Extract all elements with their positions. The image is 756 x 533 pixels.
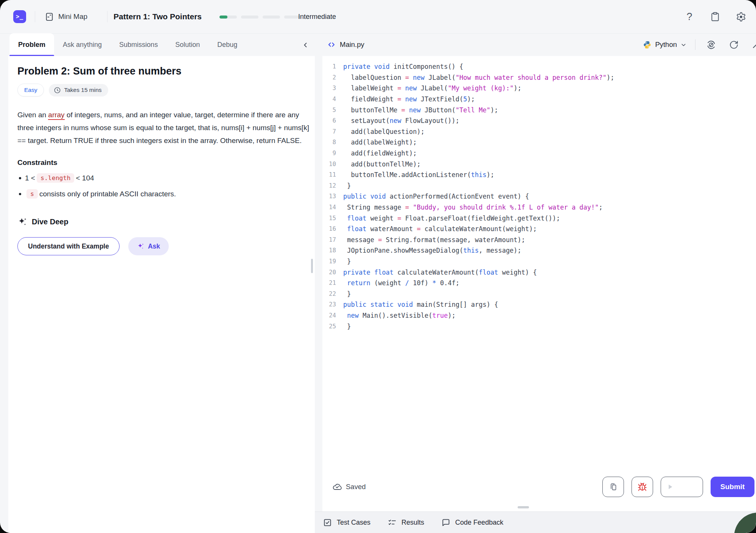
level-label: Intermediate <box>298 0 336 33</box>
code-line[interactable]: 14 String message = "Buddy, you should d… <box>322 202 756 213</box>
code-line[interactable]: 2 labelQuestion = new JLabel("How much w… <box>322 72 756 83</box>
progress-segment <box>263 16 280 19</box>
code-line[interactable]: 16 float waterAmount = calculateWaterAmo… <box>322 224 756 235</box>
language-selector[interactable]: Python <box>643 40 687 49</box>
glossary-term-array[interactable]: array <box>48 111 64 120</box>
line-number: 7 <box>322 128 336 135</box>
results-button[interactable]: Results <box>388 518 424 527</box>
duration-label: Takes 15 mins <box>64 87 101 93</box>
problem-panel: ProblemAsk anythingSubmissionsSolutionDe… <box>8 33 315 533</box>
ask-button[interactable]: Ask <box>128 237 169 255</box>
minimap-button[interactable]: Mini Map <box>45 9 87 24</box>
copy-code-button[interactable] <box>602 477 624 497</box>
tab-ask-anything[interactable]: Ask anything <box>54 33 110 56</box>
code-line[interactable]: 10 add(buttonTellMe); <box>322 159 756 169</box>
panel-resize-handle[interactable] <box>518 506 529 508</box>
code-line[interactable]: 13public void actionPerformed(ActionEven… <box>322 191 756 202</box>
message-square-icon <box>442 518 450 527</box>
line-number: 17 <box>322 236 336 243</box>
clipboard-icon[interactable] <box>710 11 720 22</box>
tab-debug[interactable]: Debug <box>208 33 246 56</box>
code-editor-panel: Main.py Python <box>322 33 756 511</box>
collapse-panel-chevron-left-icon[interactable] <box>300 40 310 50</box>
code-line[interactable]: 25 } <box>322 321 756 332</box>
code-line[interactable]: 23public static void main(String[] args)… <box>322 299 756 310</box>
code-line[interactable]: 1private void initComponents() { <box>322 61 756 72</box>
code-text: add(labelQuestion); <box>343 128 425 135</box>
line-number: 24 <box>322 312 336 319</box>
line-number: 21 <box>322 280 336 286</box>
editor-footer: Saved <box>322 477 756 497</box>
understand-with-example-button[interactable]: Understand with Example <box>17 237 120 255</box>
code-line[interactable]: 17 message = String.format(message, wate… <box>322 235 756 246</box>
app-logo-terminal-icon[interactable]: >_ <box>13 10 26 23</box>
code-feedback-button[interactable]: Code Feedback <box>442 518 503 527</box>
submit-button[interactable]: Submit <box>711 477 754 497</box>
panel-scrollbar-thumb[interactable] <box>311 259 313 273</box>
code-text: setLayout(new FlowLayout()); <box>343 117 459 124</box>
bug-icon <box>638 482 647 492</box>
code-text: labelQuestion = new JLabel("How much wat… <box>343 74 614 81</box>
code-text: add(labelWeight); <box>343 138 417 146</box>
line-number: 3 <box>322 85 336 92</box>
settings-gear-icon[interactable] <box>736 11 746 22</box>
line-number: 8 <box>322 139 336 146</box>
code-area[interactable]: 1private void initComponents() {2 labelQ… <box>322 56 756 511</box>
code-line[interactable]: 7 add(labelQuestion); <box>322 126 756 137</box>
ask-label: Ask <box>148 242 160 250</box>
header-divider <box>695 39 695 50</box>
help-icon[interactable]: ? <box>684 11 695 22</box>
debug-button[interactable] <box>632 477 653 497</box>
code-line[interactable]: 3 labelWeight = new JLabel("My weight (k… <box>322 83 756 94</box>
saved-label: Saved <box>346 483 366 491</box>
code-line[interactable]: 24 new Main().setVisible(true); <box>322 310 756 321</box>
test-cases-label: Test Cases <box>337 519 370 527</box>
badge-row: Easy Takes 15 mins <box>17 84 315 96</box>
tab-solution[interactable]: Solution <box>166 33 208 56</box>
tab-problem[interactable]: Problem <box>9 33 54 56</box>
code-line[interactable]: 5 buttonTellMe = new JButton("Tell Me"); <box>322 104 756 115</box>
line-number: 16 <box>322 225 336 232</box>
editor-header: Main.py Python <box>322 33 756 56</box>
code-text: private float calculateWaterAmount(float… <box>343 269 537 276</box>
line-number: 12 <box>322 182 336 189</box>
reset-code-icon[interactable] <box>705 39 717 50</box>
code-line[interactable]: 6 setLayout(new FlowLayout()); <box>322 115 756 126</box>
code-line[interactable]: 20private float calculateWaterAmount(flo… <box>322 267 756 278</box>
code-line[interactable]: 19 } <box>322 256 756 267</box>
code-line[interactable]: 8 add(labelWeight); <box>322 137 756 148</box>
code-text: buttonTellMe.addActionListener(this); <box>343 171 494 179</box>
code-line[interactable]: 15 float weight = Float.parseFloat(field… <box>322 213 756 224</box>
editor-header-actions: Python <box>643 39 756 50</box>
code-line[interactable]: 11 buttonTellMe.addActionListener(this); <box>322 169 756 180</box>
code-line[interactable]: 9 add(fieldWeight); <box>322 148 756 159</box>
code-line[interactable]: 12 } <box>322 180 756 191</box>
editor-filename: Main.py <box>340 40 364 49</box>
line-number: 6 <box>322 117 336 124</box>
code-line[interactable]: 22 } <box>322 288 756 299</box>
document-map-icon <box>45 12 54 22</box>
dive-deep-label: Dive Deep <box>32 218 68 226</box>
line-number: 4 <box>322 96 336 103</box>
code-line[interactable]: 21 return (weight / 10f) * 0.4f; <box>322 278 756 289</box>
run-button[interactable] <box>661 477 703 497</box>
constraint-item: 1 < s.length < 104 <box>17 173 315 183</box>
chevron-down-icon <box>680 42 687 48</box>
expand-editor-icon[interactable] <box>751 39 756 50</box>
line-number: 13 <box>322 193 336 200</box>
pattern-title: Pattern 1: Two Pointers <box>114 0 202 33</box>
top-bar: >_ Mini Map Pattern 1: Two Pointers Inte… <box>0 0 756 34</box>
code-text: float waterAmount = calculateWaterAmount… <box>343 225 537 233</box>
code-text: public static void main(String[] args) { <box>343 301 498 308</box>
constraint-text: consists only of printable ASCII charact… <box>39 190 176 198</box>
code-line[interactable]: 4 fieldWeight = new JTextField(5); <box>322 94 756 105</box>
duration-badge: Takes 15 mins <box>49 84 108 96</box>
test-cases-button[interactable]: Test Cases <box>323 518 370 527</box>
refresh-icon[interactable] <box>728 39 739 50</box>
checkbox-icon <box>323 518 332 527</box>
code-text: fieldWeight = new JTextField(5); <box>343 95 475 103</box>
code-line[interactable]: 18 JOptionPane.showMessageDialog(this, m… <box>322 245 756 256</box>
description-text: Given an <box>17 111 48 119</box>
progress-segment <box>219 16 237 19</box>
tab-submissions[interactable]: Submissions <box>110 33 166 56</box>
